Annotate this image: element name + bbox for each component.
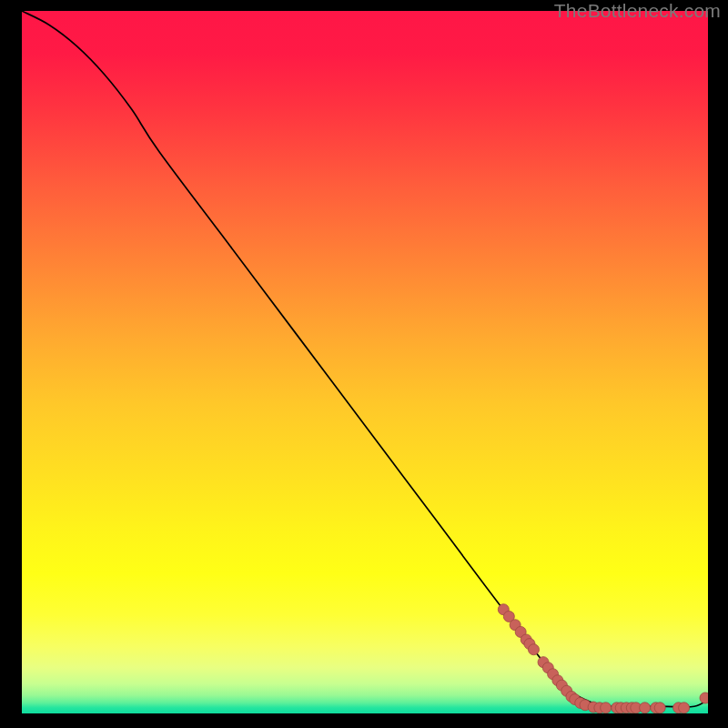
chart-point — [640, 703, 651, 713]
chart-line-curve — [22, 11, 708, 707]
chart-point — [700, 693, 708, 703]
chart-overlay — [22, 11, 708, 713]
chart-container: TheBottleneck.com — [0, 0, 728, 728]
chart-point — [601, 703, 612, 713]
chart-data-points — [498, 604, 708, 713]
chart-point — [654, 703, 665, 713]
chart-point — [679, 703, 690, 713]
chart-point — [528, 644, 539, 655]
attribution-label: TheBottleneck.com — [554, 0, 721, 22]
